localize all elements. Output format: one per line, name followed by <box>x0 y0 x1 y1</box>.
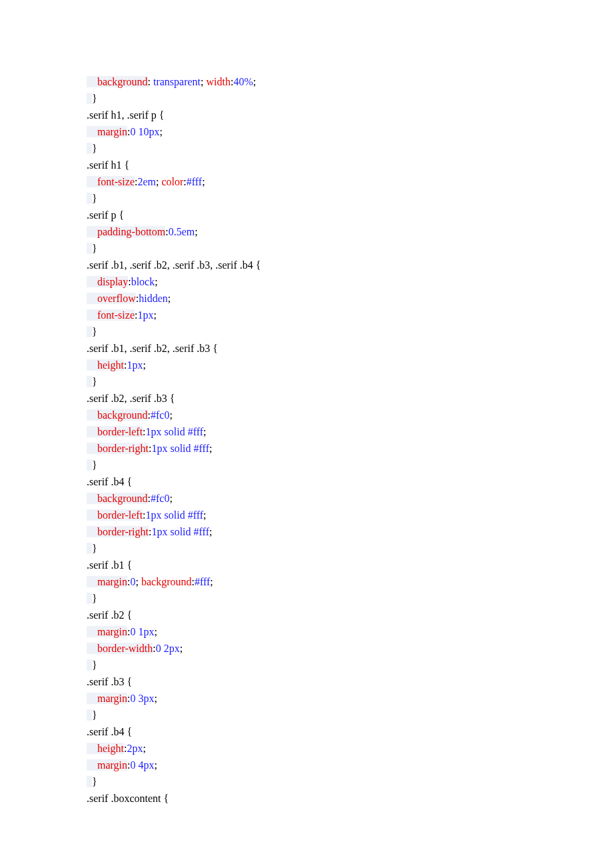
code-token: 0 1px <box>130 626 154 637</box>
code-token: background <box>141 576 192 587</box>
code-token: transparent <box>153 76 201 87</box>
code-token <box>87 443 97 454</box>
code-token <box>87 276 97 287</box>
code-line: background: transparent; width:40%; <box>87 73 513 90</box>
code-token: } <box>92 776 97 787</box>
code-token: 1px <box>127 359 143 371</box>
code-token: border-right <box>97 443 149 454</box>
code-token <box>87 576 97 587</box>
code-line: } <box>87 657 513 673</box>
code-token: #fc0 <box>151 409 169 421</box>
code-line: .serif .b1, .serif .b2, .serif .b3 { <box>87 340 513 357</box>
code-line: background:#fc0; <box>87 407 513 423</box>
code-line: padding-bottom:0.5em; <box>87 223 513 240</box>
code-token: background <box>97 493 148 504</box>
code-token: ; <box>201 76 206 87</box>
code-token: color <box>161 176 183 187</box>
code-token: 1px solid #fff <box>146 509 204 521</box>
code-line: border-left:1px solid #fff; <box>87 423 513 440</box>
code-token <box>87 776 92 787</box>
code-line: } <box>87 190 513 207</box>
code-line: .serif .b3 { <box>87 673 513 690</box>
code-token <box>87 359 97 371</box>
code-token: hidden <box>139 293 168 304</box>
code-line: } <box>87 457 513 473</box>
code-token: #fc0 <box>151 493 169 504</box>
code-line: font-size:2em; color:#fff; <box>87 173 513 190</box>
code-token: .serif .b1 { <box>87 559 132 571</box>
code-token <box>87 76 97 87</box>
code-token: ; <box>210 576 213 587</box>
code-token <box>87 293 97 304</box>
code-token: ; <box>153 309 156 321</box>
code-line: border-width:0 2px; <box>87 640 513 657</box>
code-token <box>87 459 92 471</box>
code-token: 0 10px <box>130 126 159 137</box>
code-token: display <box>97 276 128 287</box>
code-token <box>87 93 92 104</box>
code-line: .serif .b4 { <box>87 723 513 740</box>
code-token: .serif .b4 { <box>87 726 132 737</box>
code-token: ; <box>154 693 157 704</box>
code-token: } <box>92 93 97 104</box>
code-token: } <box>92 459 97 471</box>
code-token: border-width <box>97 643 153 654</box>
code-token: background <box>97 409 148 421</box>
code-token <box>87 626 97 637</box>
code-token: .serif .b1, .serif .b2, .serif .b3, .ser… <box>87 259 261 271</box>
code-token: border-left <box>97 509 143 521</box>
code-token: : <box>148 76 153 87</box>
code-line: margin:0 3px; <box>87 690 513 707</box>
code-line: display:block; <box>87 273 513 290</box>
code-line: } <box>87 240 513 257</box>
code-token: 0 4px <box>130 759 154 771</box>
code-token: background <box>97 76 148 87</box>
code-token: ; <box>159 126 162 137</box>
code-token: 1px solid #fff <box>151 526 209 537</box>
code-line: .serif .boxcontent { <box>87 790 513 807</box>
code-token <box>87 193 92 204</box>
code-token: ; <box>203 509 206 521</box>
code-line: height:2px; <box>87 740 513 757</box>
code-line: .serif .b2 { <box>87 607 513 623</box>
code-token <box>87 543 92 554</box>
code-token: .serif .b1, .serif .b2, .serif .b3 { <box>87 343 218 354</box>
code-token <box>87 509 97 521</box>
code-token: height <box>97 359 124 371</box>
code-line: border-right:1px solid #fff; <box>87 440 513 457</box>
code-token: .serif .b4 { <box>87 476 132 487</box>
code-line: border-right:1px solid #fff; <box>87 523 513 540</box>
code-token <box>87 709 92 721</box>
code-token: ; <box>195 226 197 237</box>
code-token: } <box>92 543 97 554</box>
code-token: } <box>92 143 97 154</box>
code-token <box>87 743 97 754</box>
code-line: margin:0; background:#fff; <box>87 573 513 590</box>
code-block: background: transparent; width:40%; }.se… <box>0 0 513 807</box>
code-token <box>87 643 97 654</box>
code-token <box>87 126 97 137</box>
code-token <box>87 526 97 537</box>
code-token: ; <box>143 743 145 754</box>
code-token: ; <box>202 176 205 187</box>
code-line: } <box>87 140 513 157</box>
code-token: 0.5em <box>169 226 195 237</box>
code-token: ; <box>155 276 157 287</box>
code-line: } <box>87 90 513 107</box>
code-token: ; <box>143 359 145 371</box>
code-token: font-size <box>97 176 135 187</box>
code-line: .serif h1 { <box>87 157 513 173</box>
code-token: 1px solid #fff <box>151 443 209 454</box>
code-token: border-left <box>97 426 143 437</box>
code-token: ; <box>180 643 183 654</box>
code-token: border-right <box>97 526 149 537</box>
code-token: } <box>92 659 97 671</box>
code-token: .serif .boxcontent { <box>87 793 169 804</box>
code-token: ; <box>209 443 212 454</box>
code-token: 2px <box>127 743 143 754</box>
code-token: margin <box>97 626 127 637</box>
code-line: .serif .b1, .serif .b2, .serif .b3, .ser… <box>87 257 513 273</box>
code-line: overflow:hidden; <box>87 290 513 307</box>
code-token <box>87 759 97 771</box>
code-line: .serif h1, .serif p { <box>87 107 513 123</box>
